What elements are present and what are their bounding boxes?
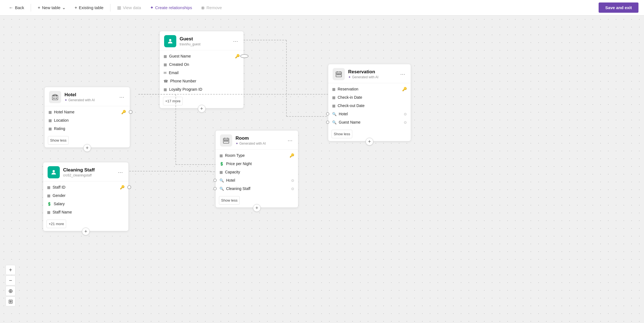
map-button[interactable]: ⊞ xyxy=(6,296,15,306)
guest-field-email: ✉ Email xyxy=(160,69,244,77)
view-data-button[interactable]: ▦ View data xyxy=(114,3,144,12)
room-title-group: Room ✦ Generated with AI xyxy=(236,136,283,145)
cleaning-add-button[interactable]: + xyxy=(82,228,90,235)
field-icon-rating: ▦ xyxy=(48,127,52,131)
create-relationships-button[interactable]: ✦ Create relationships xyxy=(147,3,195,12)
hotel-subtitle: ✦ Generated with AI xyxy=(64,98,115,102)
room-field-price: 💲 Price per Night xyxy=(216,160,298,168)
reservation-field-reservation: ▦ Reservation 🔑 xyxy=(328,85,411,93)
field-icon-guestname: ▦ xyxy=(164,54,167,58)
cleaning-subtitle: crc62_cleaningstaff xyxy=(63,173,113,177)
room-field-capacity: ▦ Capacity xyxy=(216,168,298,176)
ai-icon-hotel: ✦ xyxy=(64,98,67,102)
field-icon-capacity: ▦ xyxy=(219,170,223,174)
back-button[interactable]: ← Back xyxy=(6,4,27,12)
hotel-title-group: Hotel ✦ Generated with AI xyxy=(64,92,115,102)
field-icon-createdon: ▦ xyxy=(164,62,167,67)
hotel-field-location: ▦ Location xyxy=(45,116,130,124)
key-icon-roomtype: 🔑 xyxy=(289,153,294,158)
zoom-out-button[interactable]: − xyxy=(6,275,15,285)
relationship-icon: ✦ xyxy=(150,5,154,10)
guest-subtitle: travshu_guest xyxy=(180,42,229,46)
guest-title: Guest xyxy=(180,36,229,42)
svg-point-10 xyxy=(169,39,171,41)
field-icon-reservation: ▦ xyxy=(332,87,335,91)
lookup-icon-hotel: ⊙ xyxy=(404,112,407,116)
guest-more-button[interactable]: +17 more xyxy=(163,97,183,105)
svg-rect-29 xyxy=(224,140,225,141)
guest-add-button[interactable]: + xyxy=(198,105,206,113)
reservation-field-hotel: 🔍 Hotel ⊙ xyxy=(328,110,411,118)
room-card: Room ✦ Generated with AI ⋯ ▦ Room Type 🔑… xyxy=(215,130,298,208)
field-icon-roomtype: ▦ xyxy=(219,153,223,158)
key-icon-staffid: 🔑 xyxy=(120,185,125,189)
cleaning-more-button[interactable]: +21 more xyxy=(46,220,66,228)
hotel-menu-button[interactable]: ⋯ xyxy=(118,93,125,101)
key-icon-hotelname: 🔑 xyxy=(121,110,126,114)
room-field-cleaningstaff: 🔍 Cleaning Staff ⊙ xyxy=(216,184,298,193)
room-fields: ▦ Room Type 🔑 💲 Price per Night ▦ Capaci… xyxy=(216,150,298,194)
reservation-title: Reservation xyxy=(348,69,396,75)
reservation-field-checkin: ▦ Check-in Date xyxy=(328,93,411,101)
reservation-subtitle: ✦ Generated with AI xyxy=(348,75,396,79)
room-add-button[interactable]: + xyxy=(253,204,261,212)
field-icon-checkin: ▦ xyxy=(332,95,335,100)
field-icon-phone: ☎ xyxy=(164,79,168,83)
guest-field-guestname: ▦ Guest Name 🔑 xyxy=(160,52,244,60)
field-icon-res-guest: 🔍 xyxy=(332,120,337,124)
room-card-header: Room ✦ Generated with AI ⋯ xyxy=(216,131,298,150)
cleaning-field-staffid: ▦ Staff ID 🔑 xyxy=(43,183,128,191)
key-icon-reservation: 🔑 xyxy=(402,87,407,91)
field-icon-res-hotel: 🔍 xyxy=(332,112,337,116)
svg-rect-31 xyxy=(227,140,228,141)
svg-point-32 xyxy=(53,170,55,172)
zoom-in-button[interactable]: + xyxy=(6,265,15,275)
guest-menu-button[interactable]: ⋯ xyxy=(232,37,239,45)
reservation-card: Reservation ✦ Generated with AI ⋯ ▦ Rese… xyxy=(328,64,411,141)
remove-button[interactable]: ◉ Remove xyxy=(198,3,225,12)
reservation-add-button[interactable]: + xyxy=(366,138,373,145)
reservation-field-checkout: ▦ Check-out Date xyxy=(328,101,411,110)
cleaning-staff-card: Cleaning Staff crc62_cleaningstaff ⋯ ▦ S… xyxy=(43,162,129,231)
guest-field-createdon: ▦ Created On xyxy=(160,60,244,69)
field-icon-price: 💲 xyxy=(219,162,224,166)
new-table-button[interactable]: + New table ⌄ xyxy=(34,3,69,12)
svg-rect-24 xyxy=(340,74,341,75)
cleaning-menu-button[interactable]: ⋯ xyxy=(117,168,124,176)
room-showless-button[interactable]: Show less xyxy=(219,196,240,205)
field-icon-staffname: ▦ xyxy=(47,210,50,214)
room-menu-button[interactable]: ⋯ xyxy=(286,136,294,145)
target-button[interactable]: ⊕ xyxy=(6,286,15,296)
field-icon-cleaning: 🔍 xyxy=(219,187,224,191)
cleaning-title: Cleaning Staff xyxy=(63,167,113,173)
key-icon-guestname: 🔑 xyxy=(235,54,240,58)
field-icon-checkout: ▦ xyxy=(332,104,335,108)
field-icon-salary: 💲 xyxy=(47,202,51,206)
existing-table-button[interactable]: + Existing table xyxy=(71,4,107,12)
chevron-down-icon: ⌄ xyxy=(62,5,66,10)
guest-title-group: Guest travshu_guest xyxy=(180,36,229,46)
guest-field-loyalty: ▦ Loyalty Program ID xyxy=(160,85,244,93)
zoom-controls: + − ⊕ ⊞ xyxy=(6,265,15,306)
back-icon: ← xyxy=(9,5,13,10)
view-data-icon: ▦ xyxy=(117,5,121,10)
hotel-fields: ▦ Hotel Name 🔑 ▦ Location ▦ Rating xyxy=(45,106,130,134)
cleaning-fields: ▦ Staff ID 🔑 ▦ Gender 💲 Salary ▦ Staff N… xyxy=(43,181,128,218)
save-exit-button[interactable]: Save and exit xyxy=(599,2,638,13)
ai-icon-room: ✦ xyxy=(236,142,238,145)
guest-card: Guest travshu_guest ⋯ ▦ Guest Name 🔑 ▦ C… xyxy=(159,31,244,108)
svg-rect-22 xyxy=(337,74,338,75)
svg-rect-23 xyxy=(338,74,339,75)
nav-divider-1 xyxy=(31,4,31,12)
canvas: Guest travshu_guest ⋯ ▦ Guest Name 🔑 ▦ C… xyxy=(0,15,644,323)
reservation-card-icon xyxy=(333,68,345,80)
field-icon-email: ✉ xyxy=(164,71,167,75)
cleaning-title-group: Cleaning Staff crc62_cleaningstaff xyxy=(63,167,113,177)
lookup-icon-cleaning: ⊙ xyxy=(291,187,294,191)
svg-rect-14 xyxy=(53,98,55,99)
guest-field-phone: ☎ Phone Number xyxy=(160,77,244,85)
reservation-menu-button[interactable]: ⋯ xyxy=(399,70,406,78)
hotel-showless-button[interactable]: Show less xyxy=(48,136,69,145)
hotel-add-button[interactable]: + xyxy=(83,144,91,152)
reservation-showless-button[interactable]: Show less xyxy=(332,130,352,138)
